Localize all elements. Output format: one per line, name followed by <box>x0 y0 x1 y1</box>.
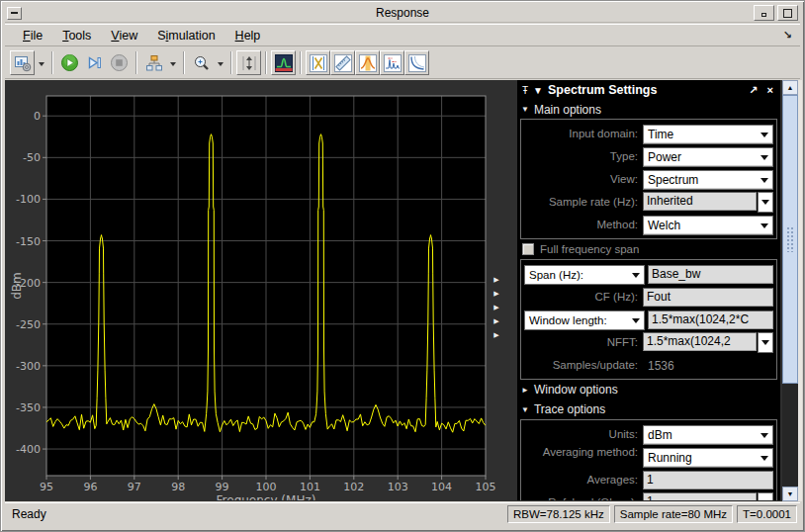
stop-icon <box>110 53 129 72</box>
menu-file[interactable]: File <box>13 26 52 45</box>
window-length-mode-select[interactable]: Window length: <box>524 310 645 330</box>
scope-settings-dropdown[interactable] <box>35 50 47 75</box>
toolbar-separator <box>230 51 232 74</box>
cursor-measurements-button[interactable] <box>306 50 330 75</box>
step-forward-icon <box>85 53 104 72</box>
scope-settings-button[interactable] <box>10 50 35 75</box>
minimize-button[interactable] <box>754 5 774 21</box>
status-bar: Ready RBW=78.125 kHz Sample rate=80 MHz … <box>5 502 800 525</box>
collapse-panel-icon[interactable]: ▼ <box>533 85 543 96</box>
chevron-down-icon <box>760 456 768 465</box>
simulink-model-button[interactable] <box>141 50 166 75</box>
chevron-down-icon <box>760 178 768 187</box>
section-window-options[interactable]: ► Window options <box>517 380 780 399</box>
titlebar[interactable]: Response <box>5 4 800 23</box>
toolbar-separator <box>300 51 302 74</box>
run-button[interactable] <box>57 50 82 75</box>
peak-finder-button[interactable] <box>355 50 380 75</box>
cursor-measurements-icon <box>310 54 327 72</box>
chevron-down-icon <box>760 155 768 164</box>
nfft-input[interactable]: 1.5*max(1024,2 <box>643 332 757 351</box>
sample-rate-dropdown[interactable] <box>758 192 773 213</box>
run-icon <box>60 53 79 72</box>
type-select[interactable]: Power <box>643 147 773 167</box>
chevron-down-icon: ▼ <box>521 405 529 414</box>
dock-icon[interactable]: ↘ <box>783 29 792 42</box>
scrollbar-thumb[interactable] <box>782 95 798 384</box>
settings-scrollbar[interactable]: ▲ ▼ <box>782 80 798 501</box>
menu-help[interactable]: Help <box>225 26 271 45</box>
section-trace-options[interactable]: ▼ Trace options <box>517 399 780 419</box>
step-forward-button[interactable] <box>82 50 107 75</box>
averaging-method-select[interactable]: Running <box>643 448 773 468</box>
sample-rate-input[interactable]: Inherited <box>643 192 757 211</box>
svg-text:-300: -300 <box>16 360 41 373</box>
menu-bar: File Tools View Simulation Help ↘ <box>5 24 800 46</box>
main-options-group: Input domain: Time Type: Power View: Spe… <box>520 119 777 239</box>
nfft-dropdown[interactable] <box>758 332 773 353</box>
view-select[interactable]: Spectrum <box>643 170 773 190</box>
chevron-down-icon <box>170 62 176 69</box>
averages-input[interactable]: 1 <box>643 471 773 489</box>
span-input[interactable]: Base_bw <box>648 265 773 284</box>
scroll-down-button[interactable]: ▼ <box>782 487 798 501</box>
splitter-arrow-icon: ▶ <box>493 274 498 285</box>
full-frequency-span-checkbox[interactable] <box>522 243 534 255</box>
menu-view[interactable]: View <box>101 26 147 45</box>
scroll-up-button[interactable]: ▲ <box>782 80 798 95</box>
svg-text:95: 95 <box>40 481 53 493</box>
scope-content: 95969798991001011021031041050-50-100-150… <box>5 80 802 501</box>
window-length-input[interactable]: 1.5*max(1024,2*C <box>648 310 773 329</box>
ref-load-dropdown[interactable] <box>758 492 773 500</box>
pin-icon[interactable]: Ŧ <box>522 85 528 96</box>
units-select[interactable]: dBm <box>643 425 773 445</box>
svg-text:97: 97 <box>128 481 141 493</box>
ref-load-input[interactable]: 1 <box>643 492 757 500</box>
maximize-button[interactable] <box>777 5 798 21</box>
chevron-down-icon <box>218 62 224 69</box>
zoom-dropdown[interactable] <box>214 50 226 75</box>
settings-panel-splitter[interactable]: ▶ ▶ ▶ ▶ ▶ <box>491 274 502 349</box>
row-view: View: Spectrum <box>524 168 773 191</box>
simulink-model-dropdown[interactable] <box>166 50 179 75</box>
span-mode-select[interactable]: Span (Hz): <box>524 265 645 285</box>
undock-icon[interactable]: ↗ <box>747 84 760 97</box>
row-method: Method: Welch <box>524 214 773 236</box>
fit-to-view-button[interactable] <box>236 50 261 75</box>
signal-statistics-button[interactable] <box>330 50 355 75</box>
zoom-button[interactable] <box>189 50 214 75</box>
settings-title: Spectrum Settings <box>548 83 742 97</box>
svg-text:104: 104 <box>431 481 452 493</box>
splitter-arrow-icon: ▶ <box>493 329 498 340</box>
stop-button[interactable] <box>107 50 132 75</box>
row-units: Units: dBm <box>524 423 773 446</box>
method-select[interactable]: Welch <box>643 216 773 235</box>
scrollbar-track[interactable] <box>782 384 798 487</box>
svg-text:101: 101 <box>300 481 320 493</box>
input-domain-select[interactable]: Time <box>643 125 773 144</box>
samples-update-value: 1536 <box>643 359 674 373</box>
section-main-options[interactable]: ▼ Main options <box>517 100 780 119</box>
svg-text:-400: -400 <box>16 443 41 456</box>
ccdf-measurements-icon <box>408 54 426 72</box>
menu-tools[interactable]: Tools <box>52 26 101 45</box>
row-samples-update: Samples/update: 1536 <box>524 354 773 377</box>
toolbar-separator <box>135 51 137 74</box>
chevron-down-icon <box>760 133 768 141</box>
svg-text:0: 0 <box>34 110 41 123</box>
svg-text:-250: -250 <box>16 318 41 331</box>
row-type: Type: Power <box>524 145 773 168</box>
svg-text:100: 100 <box>256 481 277 493</box>
svg-text:105: 105 <box>476 481 496 493</box>
row-averaging-method: Averaging method: Running <box>524 446 773 469</box>
distortion-measurements-button[interactable] <box>380 50 404 75</box>
spectrum-analyzer-button[interactable] <box>271 50 296 75</box>
window-title: Response <box>5 6 800 20</box>
close-icon[interactable]: × <box>765 84 775 96</box>
panel-edge-strip <box>798 80 802 501</box>
menu-simulation[interactable]: Simulation <box>147 26 224 45</box>
ccdf-measurements-button[interactable] <box>404 50 429 75</box>
row-sample-rate: Sample rate (Hz): Inherited <box>524 191 773 214</box>
cf-input[interactable]: Fout <box>643 288 773 307</box>
scope-settings-icon <box>14 54 32 72</box>
